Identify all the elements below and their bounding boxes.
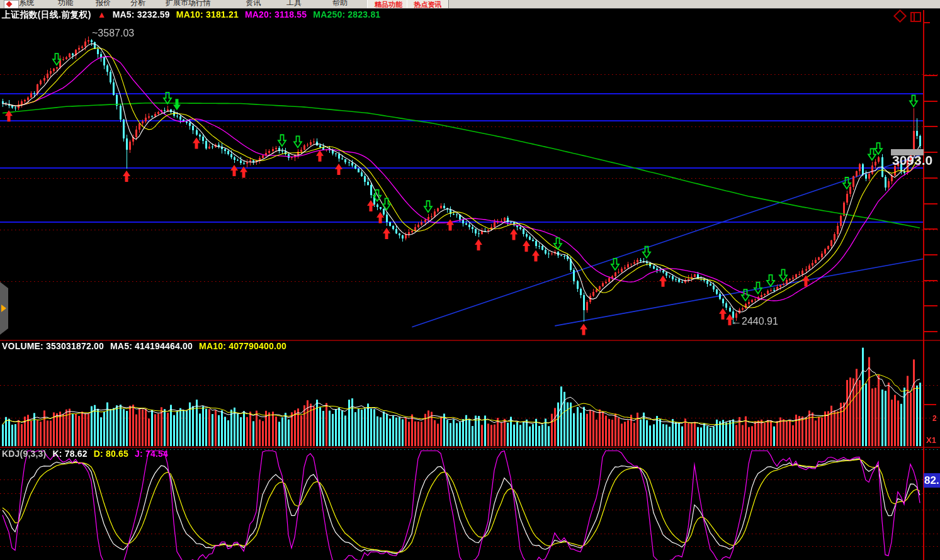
price-volume-kdj-chart[interactable] <box>0 8 940 560</box>
menu-item-quotes[interactable]: 报价 <box>96 0 111 8</box>
promo-button-2[interactable]: 热点资讯 <box>407 0 449 9</box>
promo-button-1[interactable]: 精品功能 <box>367 0 410 9</box>
ma20-value: MA20: 3118.55 <box>245 9 307 20</box>
trough-price-label: ←2440.91 <box>732 316 778 327</box>
volume-scale-multiplier: X1 <box>926 435 936 445</box>
volume-pane-title-row: VOLUME: 353031872.00MA5: 414194464.00MA1… <box>2 341 293 351</box>
volume-value: VOLUME: 353031872.00 <box>2 341 104 351</box>
kdj-pane-title-row: KDJ(9,3,3)K: 78.62D: 80.65J: 74.54 <box>2 449 174 459</box>
menu-item-system[interactable]: 系统 <box>19 0 34 8</box>
window-divider <box>914 13 915 21</box>
kdj-d-value: D: 80.65 <box>94 449 128 459</box>
corner-icons <box>895 11 921 22</box>
expand-arrow-icon <box>1 305 6 312</box>
menu-item-analysis[interactable]: 分析 <box>130 0 145 8</box>
kdj-axis-value: 82. <box>924 473 940 488</box>
kdj-title: KDJ(9,3,3) <box>2 449 46 459</box>
window-layout-icon[interactable] <box>910 12 921 22</box>
kdj-j-value: J: 74.54 <box>135 449 168 459</box>
app-logo-mark <box>6 1 13 8</box>
kdj-k-value: K: 78.62 <box>52 449 87 459</box>
hline-price-label: 3093.0 <box>892 153 932 168</box>
chart-area: 上证指数(日线.前复权)▲MA5: 3232.59MA10: 3181.21MA… <box>0 8 940 560</box>
menu-item-news[interactable]: 资讯 <box>246 0 261 8</box>
diamond-icon[interactable] <box>893 9 907 23</box>
trend-up-icon: ▲ <box>98 9 106 20</box>
app-logo[interactable] <box>4 0 19 9</box>
menu-item-help[interactable]: 帮助 <box>332 0 348 8</box>
volume-ma10-value: MA10: 407790400.00 <box>199 341 286 351</box>
volume-scale-tick-label: 2 <box>932 414 937 423</box>
ma250-value: MA250: 2823.81 <box>313 9 380 20</box>
peak-price-label: ~3587.03 <box>92 28 134 39</box>
menu-bar: 系统 功能 报价 分析 扩展市场行情 资讯 工具 帮助 精品功能 热点资讯 <box>0 0 940 9</box>
main-pane-title-row: 上证指数(日线.前复权)▲MA5: 3232.59MA10: 3181.21MA… <box>2 9 387 21</box>
symbol-title: 上证指数(日线.前复权) <box>2 9 91 20</box>
menu-item-ext-market[interactable]: 扩展市场行情 <box>166 0 211 8</box>
ma5-value: MA5: 3232.59 <box>113 9 170 20</box>
ma10-value: MA10: 3181.21 <box>176 9 239 20</box>
left-panel-tab[interactable] <box>0 282 8 335</box>
menu-item-function[interactable]: 功能 <box>58 0 73 8</box>
volume-ma5-value: MA5: 414194464.00 <box>110 341 193 351</box>
kdj-axis-value-box: 82. <box>924 473 940 488</box>
menu-item-tools[interactable]: 工具 <box>286 0 302 8</box>
